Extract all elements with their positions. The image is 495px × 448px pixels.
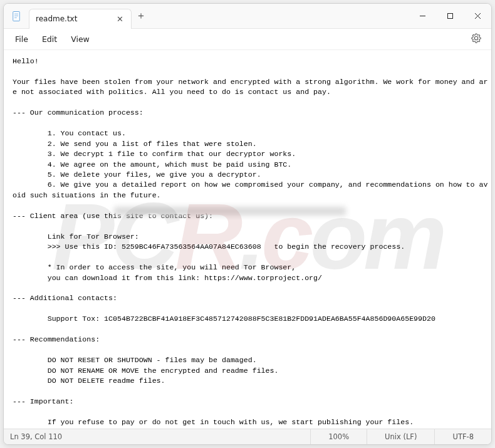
svg-rect-5 bbox=[447, 14, 452, 19]
menu-view[interactable]: View bbox=[65, 32, 96, 46]
status-zoom[interactable]: 100% bbox=[310, 429, 367, 444]
minimize-button[interactable] bbox=[409, 4, 436, 29]
tab-readme[interactable]: readme.txt ✕ bbox=[29, 9, 132, 29]
svg-rect-0 bbox=[13, 11, 20, 21]
status-position: Ln 39, Col 110 bbox=[4, 432, 310, 441]
settings-button[interactable] bbox=[466, 31, 486, 48]
gear-icon bbox=[471, 33, 481, 43]
window-controls bbox=[409, 4, 491, 29]
document-body[interactable]: Hello! Your files have been stolen from … bbox=[13, 56, 489, 429]
status-encoding[interactable]: UTF-8 bbox=[434, 429, 491, 444]
menu-file[interactable]: File bbox=[9, 32, 34, 46]
maximize-icon bbox=[447, 13, 454, 19]
redacted-tor-link bbox=[114, 207, 346, 216]
editor-area[interactable]: Hello! Your files have been stolen from … bbox=[4, 50, 491, 429]
new-tab-button[interactable]: ＋ bbox=[132, 9, 150, 23]
minimize-icon bbox=[419, 13, 426, 19]
close-icon bbox=[474, 13, 481, 19]
statusbar: Ln 39, Col 110 100% Unix (LF) UTF-8 bbox=[4, 429, 491, 444]
titlebar: readme.txt ✕ ＋ bbox=[4, 4, 491, 29]
maximize-button[interactable] bbox=[436, 4, 464, 29]
notepad-icon bbox=[11, 11, 22, 22]
app-icon bbox=[4, 11, 29, 22]
menubar: File Edit View bbox=[4, 29, 491, 50]
close-window-button[interactable] bbox=[464, 4, 491, 29]
tab-title: readme.txt bbox=[36, 14, 77, 23]
close-tab-icon[interactable]: ✕ bbox=[115, 14, 125, 24]
status-line-ending[interactable]: Unix (LF) bbox=[367, 429, 434, 444]
menu-edit[interactable]: Edit bbox=[36, 32, 63, 46]
app-window: readme.txt ✕ ＋ File Edit View Hell bbox=[3, 3, 492, 445]
